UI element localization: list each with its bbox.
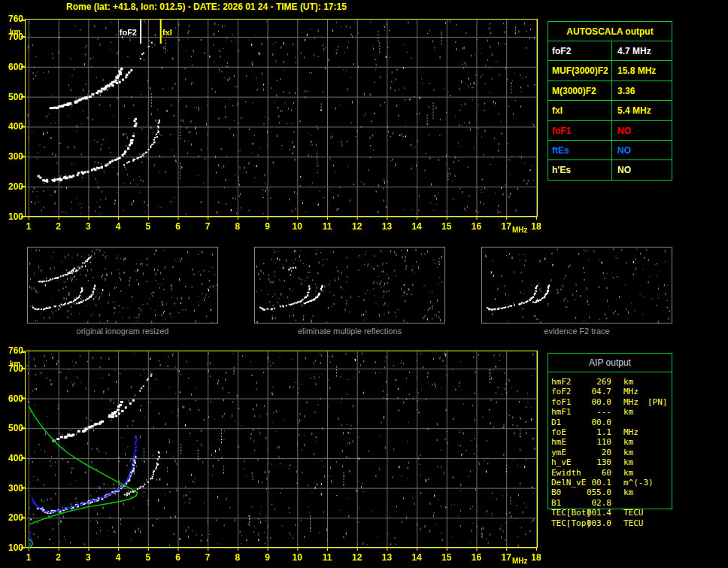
aip-row-foF2: foF204.7MHz (548, 387, 676, 396)
aip-row-hmF2: hmF2269km (548, 377, 676, 387)
page-title: Rome (lat: +41.8, lon: 012.5) - DATE: 20… (66, 2, 347, 12)
aip-output-table: AIP output hmF2269kmfoF204.7MHzfoF100.0M… (548, 353, 672, 509)
y-tick-760: 760 (1, 14, 23, 24)
x-tick-8: 8 (229, 221, 247, 232)
autoscala-row-h'Es: h'EsNO (548, 159, 672, 180)
aip-v: 20 (580, 448, 611, 457)
x-tick-4: 4 (109, 221, 127, 232)
aip-u: TECU (623, 518, 644, 528)
x-tick-18: 18 (527, 221, 545, 232)
aip-table-title: AIP output (548, 357, 672, 368)
x-tick-7: 7 (199, 221, 217, 232)
aip-row-DelN_vE: DelN_vE00.1m^(-3) (548, 478, 676, 488)
x-tick-16: 16 (468, 221, 486, 232)
aip-v: 02.8 (580, 498, 611, 508)
x-tick-8: 8 (229, 552, 247, 563)
aip-l: hmF1 (551, 407, 572, 417)
x-axis-unit: MHz (512, 557, 528, 565)
autoscala-screen: Rome (lat: +41.8, lon: 012.5) - DATE: 20… (0, 0, 728, 568)
aip-v: 60 (580, 468, 611, 478)
y-axis-unit: km (10, 360, 20, 368)
y-tick-400: 400 (1, 121, 23, 132)
autoscala-row-fxI: fxI5.4 MHz (548, 100, 672, 120)
aip-v: 003.0 (580, 518, 611, 528)
panel-original-ionogram (27, 247, 218, 323)
y-tick-400: 400 (1, 453, 23, 463)
x-tick-15: 15 (438, 221, 456, 232)
aip-v: 00.0 (580, 397, 611, 407)
x-tick-16: 16 (468, 552, 486, 563)
aip-row-hmE: hmE110km (548, 437, 676, 447)
autoscala-row-foF2: foF24.7 MHz (548, 41, 672, 61)
autoscala-row-value: 5.4 MHz (617, 105, 651, 116)
aip-l: ymE (551, 448, 566, 457)
aip-row-D1: D100.0 (548, 418, 676, 427)
aip-v: 00.0 (580, 418, 611, 427)
panel-caption-2: eliminate multiple reflections (255, 327, 444, 336)
y-tick-100: 100 (1, 211, 23, 222)
x-tick-5: 5 (139, 552, 157, 563)
y-tick-600: 600 (1, 393, 23, 404)
aip-n: [PN] (648, 397, 668, 407)
x-tick-1: 1 (20, 552, 38, 563)
autoscala-row-foF1: foF1NO (548, 120, 672, 141)
aip-header-divider (548, 372, 672, 372)
aip-u: MHz (623, 387, 639, 396)
x-tick-11: 11 (318, 221, 336, 232)
aip-u: TECU (623, 508, 644, 518)
autoscala-row-label: foF2 (552, 46, 571, 56)
aip-u: km (623, 437, 633, 447)
y-tick-300: 300 (1, 483, 23, 494)
aip-row-hmF1: hmF1---km (548, 407, 676, 417)
aip-l: hmE (551, 437, 566, 447)
autoscala-row-label: MUF(3000)F2 (552, 65, 608, 76)
aip-v: 110 (580, 437, 611, 447)
autoscala-output-table: AUTOSCALA output foF24.7 MHzMUF(3000)F21… (548, 21, 672, 181)
aip-u: km (623, 377, 633, 387)
panel-caption-1: original ionogram resized (28, 327, 217, 336)
aip-u: km (623, 457, 633, 467)
aip-l: B0 (551, 488, 561, 497)
x-tick-6: 6 (169, 552, 187, 563)
autoscala-row-value: NO (617, 165, 631, 175)
aip-l: D1 (551, 418, 561, 427)
fof2-marker-label: foF2 (114, 28, 137, 37)
x-tick-13: 13 (378, 552, 396, 563)
autoscala-table-title: AUTOSCALA output (548, 26, 672, 37)
aip-l: foF2 (551, 387, 572, 396)
aip-row-TEC[Bot]: TEC[Bot]001.4TECU (548, 508, 676, 518)
aip-l: B1 (551, 498, 561, 508)
autoscala-row-label: M(3000)F2 (552, 86, 596, 96)
y-tick-500: 500 (1, 423, 23, 433)
aip-v: 269 (580, 377, 611, 387)
autoscala-row-MUF(3000)F2: MUF(3000)F215.8 MHz (548, 60, 672, 80)
x-tick-14: 14 (408, 552, 426, 563)
aip-row-TEC[Top]: TEC[Top]003.0TECU (548, 518, 676, 528)
aip-v: 001.4 (580, 508, 611, 518)
aip-row-Ewidth: Ewidth60km (548, 468, 676, 478)
x-tick-7: 7 (199, 552, 217, 563)
aip-row-foF1: foF100.0MHz[PN] (548, 397, 676, 407)
aip-row-B1: B102.8 (548, 498, 676, 508)
x-tick-2: 2 (50, 221, 68, 232)
autoscala-row-value: 4.7 MHz (617, 46, 651, 56)
x-tick-10: 10 (288, 552, 306, 563)
y-axis-unit: km (10, 28, 20, 36)
aip-u: MHz (623, 427, 639, 437)
autoscala-row-label: foF1 (552, 126, 571, 136)
autoscala-row-label: fxI (552, 105, 563, 116)
x-tick-10: 10 (288, 221, 306, 232)
y-tick-760: 760 (1, 345, 23, 356)
aip-u: km (623, 448, 633, 457)
ionogram-plot-top (20, 19, 538, 222)
x-tick-18: 18 (527, 552, 545, 563)
panel-evidence-f2 (481, 247, 672, 323)
x-tick-5: 5 (139, 221, 157, 232)
autoscala-row-label: ftEs (552, 145, 569, 156)
autoscala-row-value: NO (617, 126, 631, 136)
aip-v: --- (580, 407, 611, 417)
aip-l: foE (551, 427, 566, 437)
aip-u: m^(-3) (623, 478, 654, 488)
aip-row-ymE: ymE20km (548, 448, 676, 457)
autoscala-row-ftEs: ftEsNO (548, 140, 672, 160)
